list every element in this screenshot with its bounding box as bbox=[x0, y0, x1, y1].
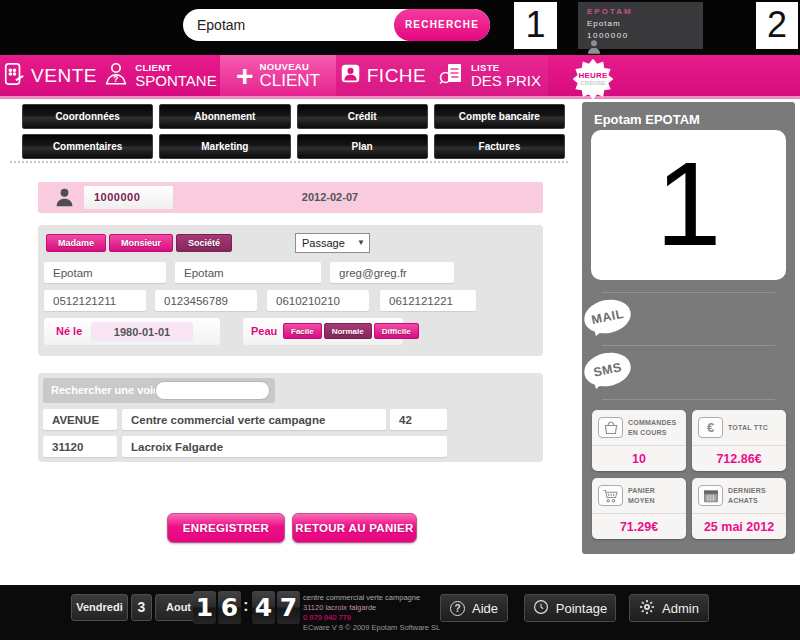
footer-day-number[interactable]: 3 bbox=[131, 594, 152, 621]
tab-compte-bancaire[interactable]: Compte bancaire bbox=[434, 104, 565, 129]
session-slot-1[interactable]: 1 bbox=[514, 2, 557, 49]
tab-marketing[interactable]: Marketing bbox=[159, 134, 290, 159]
cart-icon bbox=[598, 485, 623, 506]
civility-monsieur-button[interactable]: Monsieur bbox=[109, 234, 173, 252]
stat-value: 71.29€ bbox=[592, 513, 686, 539]
nav-item-fiche[interactable]: FICHE bbox=[336, 55, 430, 96]
divider bbox=[602, 345, 775, 346]
main-nav: VENTE ? CLIENT SPONTANE + NOUVEAU CLIENT… bbox=[0, 55, 800, 99]
nav-item-liste-des-prix[interactable]: LISTE DES PRIX bbox=[430, 55, 548, 96]
civility-madame-button[interactable]: Madame bbox=[46, 234, 106, 252]
client-number-field[interactable]: 1000000 bbox=[84, 186, 173, 209]
store-phone: 0 979 940 779 bbox=[303, 613, 440, 623]
tab-credit[interactable]: Crédit bbox=[297, 104, 428, 129]
clock-digit: 7 bbox=[277, 591, 300, 624]
active-client-chip[interactable]: EPOTAM Epotam 1000000 bbox=[578, 2, 703, 49]
phone-field-4[interactable] bbox=[380, 290, 476, 311]
chip-client-number: 1000000 bbox=[587, 31, 703, 40]
help-button[interactable]: ? Aide bbox=[440, 594, 508, 622]
sidebar-client-name: Epotam EPOTAM bbox=[594, 112, 700, 127]
phone-field-3[interactable] bbox=[267, 290, 369, 311]
chip-client-name: Epotam bbox=[587, 19, 703, 28]
chevron-down-icon: ▼ bbox=[357, 234, 365, 252]
help-button-label: Aide bbox=[472, 601, 498, 616]
postal-code-field[interactable] bbox=[43, 436, 117, 457]
phone-field-2[interactable] bbox=[155, 290, 257, 311]
street-number-field[interactable] bbox=[390, 409, 447, 430]
search-button[interactable]: RECHERCHE bbox=[394, 9, 490, 41]
pos-terminal-icon bbox=[3, 61, 25, 91]
admin-button-label: Admin bbox=[662, 601, 699, 616]
clock-digit: 1 bbox=[193, 591, 216, 624]
nav-label-des-prix: DES PRIX bbox=[471, 73, 541, 89]
street-type-field[interactable] bbox=[43, 409, 117, 430]
email-field[interactable] bbox=[330, 262, 454, 283]
help-icon: ? bbox=[450, 601, 465, 616]
skin-difficile-button[interactable]: Difficile bbox=[374, 323, 419, 339]
phone-field-1[interactable] bbox=[44, 290, 146, 311]
store-address-line2: 31120 lacroix falgarde bbox=[303, 603, 440, 613]
street-name-field[interactable] bbox=[122, 409, 386, 430]
top-bar: RECHERCHE 1 EPOTAM Epotam 1000000 2 bbox=[0, 0, 800, 55]
stat-value: 10 bbox=[592, 445, 686, 471]
city-field[interactable] bbox=[122, 436, 447, 457]
back-to-cart-button[interactable]: RETOUR AU PANIER bbox=[292, 513, 417, 543]
nav-item-vente[interactable]: VENTE bbox=[0, 55, 100, 96]
skin-label: Peau bbox=[251, 318, 277, 345]
street-search-bar: Rechercher une voie bbox=[43, 378, 275, 403]
admin-button[interactable]: Admin bbox=[629, 594, 709, 622]
stat-label: COMMANDES EN COURS bbox=[628, 418, 683, 436]
nav-label-fiche: FICHE bbox=[367, 65, 427, 87]
tab-plan[interactable]: Plan bbox=[297, 134, 428, 159]
nav-label-vente: VENTE bbox=[31, 65, 97, 87]
search-input[interactable] bbox=[197, 9, 382, 41]
stat-value: 712.86€ bbox=[692, 445, 786, 471]
price-list-icon bbox=[437, 62, 465, 90]
save-button[interactable]: ENREGISTRER bbox=[167, 513, 285, 543]
client-tabs: Coordonnées Abonnement Crédit Compte ban… bbox=[22, 104, 565, 159]
stat-label: TOTAL TTC bbox=[728, 423, 768, 432]
birthdate-field[interactable] bbox=[91, 322, 193, 341]
badge-line1: HEURE bbox=[569, 71, 617, 80]
tab-coordonnees[interactable]: Coordonnées bbox=[22, 104, 153, 129]
time-clock-button-label: Pointage bbox=[556, 601, 607, 616]
client-stats: COMMANDES EN COURS 10 € TOTAL TTC 712.86… bbox=[592, 410, 786, 539]
clock-colon: : bbox=[243, 596, 249, 616]
last-name-field[interactable] bbox=[44, 262, 166, 283]
footer-day-button[interactable]: Vendredi bbox=[71, 594, 128, 621]
content-area: Coordonnées Abonnement Crédit Compte ban… bbox=[0, 99, 800, 585]
mail-button[interactable]: MAIL bbox=[581, 295, 634, 337]
person-icon bbox=[54, 187, 75, 208]
first-name-field[interactable] bbox=[175, 262, 321, 283]
stat-derniers-achats: DERNIERS ACHATS 25 mai 2012 bbox=[692, 478, 786, 539]
tab-factures[interactable]: Factures bbox=[434, 134, 565, 159]
time-clock-button[interactable]: Pointage bbox=[524, 594, 616, 622]
street-search-input[interactable] bbox=[155, 381, 270, 400]
clock-icon bbox=[533, 599, 549, 618]
skin-facile-button[interactable]: Facile bbox=[283, 323, 322, 339]
session-slot-2[interactable]: 2 bbox=[756, 2, 798, 49]
gear-icon bbox=[639, 599, 655, 618]
clock-digit: 6 bbox=[218, 591, 241, 624]
client-type-value: Passage bbox=[302, 237, 345, 249]
chip-brand: EPOTAM bbox=[587, 7, 703, 16]
nav-item-client-spontane[interactable]: ? CLIENT SPONTANE bbox=[100, 55, 220, 96]
tab-abonnement[interactable]: Abonnement bbox=[159, 104, 290, 129]
software-credit: ECware V 9 © 2009 Epotam Software SL bbox=[303, 623, 440, 633]
sms-button[interactable]: SMS bbox=[581, 348, 634, 390]
skin-normale-button[interactable]: Normale bbox=[324, 323, 372, 339]
client-type-select[interactable]: Passage ▼ bbox=[295, 233, 370, 253]
sms-bubble-label: SMS bbox=[592, 360, 623, 380]
mail-bubble-label: MAIL bbox=[590, 306, 625, 326]
anonymous-client-icon: ? bbox=[103, 61, 129, 90]
store-info: centre commercial verte campagne 31120 l… bbox=[303, 593, 440, 633]
slot-number-card: 1 bbox=[591, 130, 786, 280]
app-window: RECHERCHE 1 EPOTAM Epotam 1000000 2 VENT… bbox=[0, 0, 800, 640]
stat-label: PANIER MOYEN bbox=[628, 486, 683, 504]
nav-item-nouveau-client[interactable]: + NOUVEAU CLIENT bbox=[220, 55, 336, 96]
divider bbox=[602, 292, 775, 293]
tab-commentaires[interactable]: Commentaires bbox=[22, 134, 153, 159]
calendar-icon bbox=[698, 485, 723, 506]
civility-societe-button[interactable]: Société bbox=[176, 234, 232, 252]
address-form: Rechercher une voie bbox=[38, 373, 543, 462]
